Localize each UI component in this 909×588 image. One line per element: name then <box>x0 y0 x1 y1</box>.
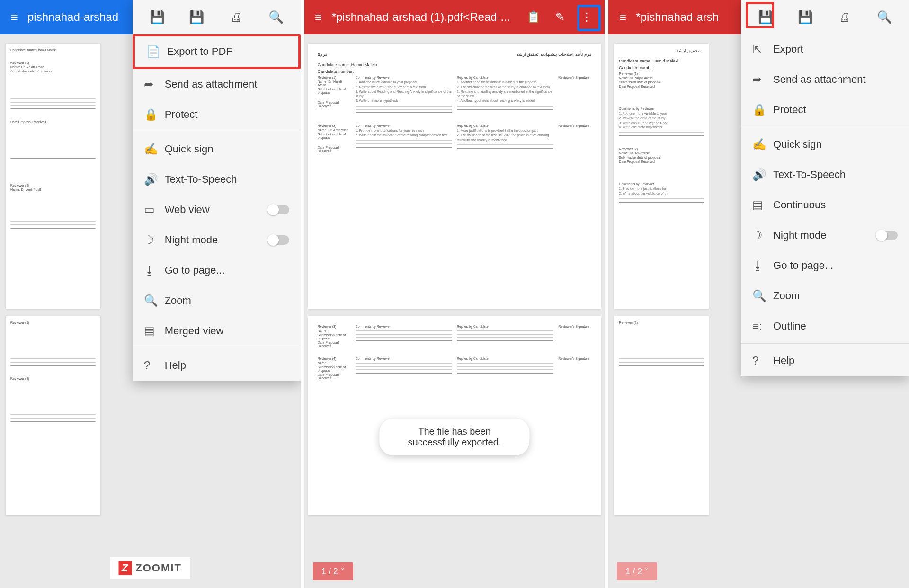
menu-item-label: Merged view <box>165 325 224 337</box>
menu-item-label: Protect <box>165 108 198 121</box>
menu-item-label: Go to page... <box>773 259 833 272</box>
menu-item-zoom[interactable]: 🔍Zoom <box>741 281 909 311</box>
menu-item-label: Go to page... <box>165 264 225 276</box>
menu-item-export[interactable]: ⇱Export <box>741 34 909 64</box>
menu-item-text-to-speech[interactable]: 🔊Text-To-Speech <box>133 164 301 195</box>
doc-page: ـه تحقيق ارشد Candidate name: Hamid Male… <box>614 44 709 309</box>
toggle[interactable] <box>268 235 289 245</box>
topbar: ≡ *pishnahad-arshad (1).pdf<Read-... 📋 ✎… <box>304 0 605 34</box>
doc-page-2: Reviewer (3)Name:Submission date of prop… <box>308 316 601 515</box>
doc-page: Reviewer (3) <box>614 316 709 515</box>
menu-item-label: Export to PDF <box>167 45 232 58</box>
menu-item-label: Web view <box>165 204 210 216</box>
menu-item-quick-sign[interactable]: ✍Quick sign <box>133 134 301 164</box>
menu-item-label: Send as attachment <box>165 78 258 90</box>
menu-item-help[interactable]: ?Help <box>741 346 909 376</box>
overflow-menu: 💾 💾 🖨 🔍 📄Export to PDF➦Send as attachmen… <box>133 0 301 381</box>
Text-To-Speech-icon: 🔊 <box>144 173 165 186</box>
menu-item-label: Quick sign <box>773 138 822 151</box>
menu-item-label: Night mode <box>165 234 218 246</box>
doc-page-1: فرم۵فرم تأیید اصلاحات پیشنهادیه تحقیق ار… <box>308 44 601 309</box>
highlight-more-button <box>577 5 601 31</box>
menu-item-outline[interactable]: ≡:Outline <box>741 311 909 341</box>
menu-item-help[interactable]: ?Help <box>133 350 301 381</box>
file-title: *pishnahad-arshad (1).pdf<Read-... <box>328 10 521 24</box>
toggle[interactable] <box>877 231 898 240</box>
hamburger-icon[interactable]: ≡ <box>613 10 632 25</box>
toggle[interactable] <box>268 205 289 214</box>
menu-item-night-mode[interactable]: ☽Night mode <box>133 225 301 255</box>
Help-icon: ? <box>144 359 165 372</box>
menu-item-label: Text-To-Speech <box>165 173 237 186</box>
menu-item-go-to-page-[interactable]: ⭳Go to page... <box>741 250 909 281</box>
menu-item-label: Zoom <box>165 294 191 307</box>
Go to page...-icon: ⭳ <box>752 259 773 272</box>
menu-item-text-to-speech[interactable]: 🔊Text-To-Speech <box>741 160 909 190</box>
menu-item-label: Continuous <box>773 199 826 211</box>
Night mode-icon: ☽ <box>144 233 165 247</box>
Quick sign-icon: ✍ <box>752 138 773 151</box>
hamburger-icon[interactable]: ≡ <box>5 10 24 25</box>
Zoom-icon: 🔍 <box>752 289 773 303</box>
Go to page...-icon: ⭳ <box>144 264 165 277</box>
menu-item-quick-sign[interactable]: ✍Quick sign <box>741 129 909 160</box>
screen-1: ≡ pishnahad-arshad Candidate name: Hamid… <box>0 0 301 588</box>
document-area[interactable]: فرم۵فرم تأیید اصلاحات پیشنهادیه تحقیق ار… <box>304 34 605 588</box>
menu-item-label: Zoom <box>773 290 800 302</box>
Night mode-icon: ☽ <box>752 229 773 242</box>
menu-item-send-as-attachment[interactable]: ➦Send as attachment <box>741 64 909 95</box>
Protect-icon: 🔒 <box>752 103 773 116</box>
Quick sign-icon: ✍ <box>144 143 165 156</box>
save-icon[interactable]: 💾 <box>146 6 169 28</box>
save-as-icon[interactable]: 💾 <box>185 6 208 28</box>
Outline-icon: ≡: <box>752 320 773 333</box>
Export to PDF-icon: 📄 <box>146 45 167 58</box>
menu-item-protect[interactable]: 🔒Protect <box>133 99 301 130</box>
Send as attachment-icon: ➦ <box>752 73 773 86</box>
hamburger-icon[interactable]: ≡ <box>309 10 328 25</box>
menu-item-protect[interactable]: 🔒Protect <box>741 95 909 125</box>
menu-item-label: Outline <box>773 320 806 332</box>
Send as attachment-icon: ➦ <box>144 78 165 91</box>
overflow-menu: 💾 💾 🖨 🔍 ⇱Export➦Send as attachment🔒Prote… <box>741 0 909 376</box>
menu-item-night-mode[interactable]: ☽Night mode <box>741 220 909 250</box>
print-icon[interactable]: 🖨 <box>833 6 856 28</box>
menu-item-web-view[interactable]: ▭Web view <box>133 195 301 225</box>
highlight-save-button <box>746 2 774 28</box>
menu-item-continuous[interactable]: ▤Continuous <box>741 190 909 220</box>
menu-item-merged-view[interactable]: ▤Merged view <box>133 316 301 346</box>
save-as-icon[interactable]: 💾 <box>794 6 817 28</box>
menu-item-label: Quick sign <box>165 143 214 155</box>
Zoom-icon: 🔍 <box>144 294 165 307</box>
Protect-icon: 🔒 <box>144 108 165 121</box>
Web view-icon: ▭ <box>144 203 165 216</box>
menu-item-label: Export <box>773 43 803 55</box>
Export-icon: ⇱ <box>752 43 773 56</box>
menu-item-label: Protect <box>773 104 806 116</box>
print-icon[interactable]: 🖨 <box>225 6 248 28</box>
screen-2: ≡ *pishnahad-arshad (1).pdf<Read-... 📋 ✎… <box>304 0 605 588</box>
menu-item-label: Help <box>165 359 186 372</box>
menu-item-label: Text-To-Speech <box>773 169 846 181</box>
doc-page: Reviewer (3) Reviewer (4) <box>6 316 100 515</box>
clipboard-icon[interactable]: 📋 <box>520 10 547 24</box>
Continuous-icon: ▤ <box>752 198 773 212</box>
menu-icon-row: 💾 💾 🖨 🔍 <box>133 0 301 34</box>
menu-item-zoom[interactable]: 🔍Zoom <box>133 285 301 316</box>
menu-item-label: Help <box>773 355 794 367</box>
Merged view-icon: ▤ <box>144 324 165 338</box>
page-indicator[interactable]: 1 / 2 ˅ <box>313 562 353 580</box>
menu-item-send-as-attachment[interactable]: ➦Send as attachment <box>133 69 301 99</box>
menu-item-label: Send as attachment <box>773 73 866 86</box>
page-indicator[interactable]: 1 / 2 ˅ <box>617 562 657 580</box>
doc-page: Candidate name: Hamid Maleki Reviewer (1… <box>6 44 100 309</box>
find-icon[interactable]: 🔍 <box>873 6 896 28</box>
menu-icon-row: 💾 💾 🖨 🔍 <box>741 0 909 34</box>
Help-icon: ? <box>752 354 773 367</box>
edit-icon[interactable]: ✎ <box>547 10 573 24</box>
find-icon[interactable]: 🔍 <box>265 6 287 28</box>
menu-item-go-to-page-[interactable]: ⭳Go to page... <box>133 255 301 285</box>
menu-item-export-to-pdf[interactable]: 📄Export to PDF <box>133 34 301 69</box>
screen-3: ≡ *pishnahad-arsh ـه تحقيق ارشد Candidat… <box>608 0 909 588</box>
Text-To-Speech-icon: 🔊 <box>752 168 773 181</box>
